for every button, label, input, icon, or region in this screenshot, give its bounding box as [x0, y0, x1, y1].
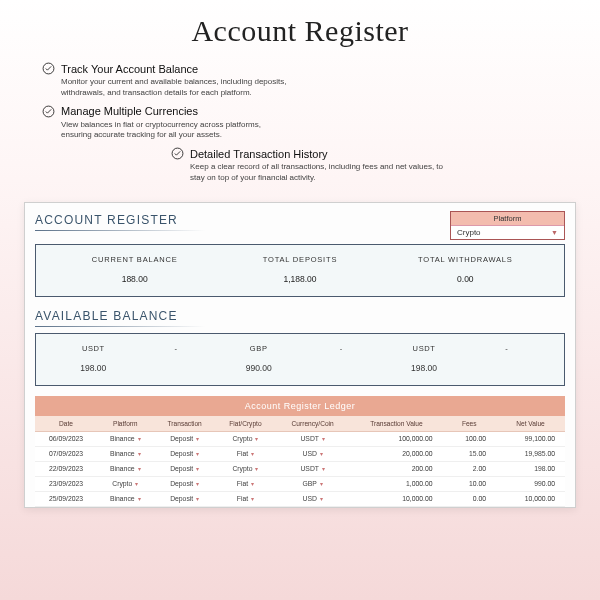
- cell-fiat-crypto[interactable]: Fiat▾: [216, 446, 275, 461]
- check-circle-icon: [171, 147, 184, 160]
- cell-fiat-crypto[interactable]: Crypto▾: [216, 431, 275, 446]
- chevron-down-icon: ▾: [135, 496, 141, 502]
- ledger-title: Account Register Ledger: [35, 396, 565, 416]
- cell-transaction[interactable]: Deposit▾: [153, 461, 215, 476]
- chevron-down-icon: ▾: [193, 481, 199, 487]
- cell-transaction[interactable]: Deposit▾: [153, 446, 215, 461]
- available-balance-panel: USDT - GBP - USDT - 198.00 990.00 198.00: [35, 333, 565, 386]
- cell-platform[interactable]: Binance▾: [97, 446, 153, 461]
- cell-net-value: 198.00: [496, 461, 565, 476]
- cell-fiat-crypto[interactable]: Crypto▾: [216, 461, 275, 476]
- divider: [35, 326, 205, 327]
- cell-fees: 2.00: [442, 461, 496, 476]
- cell-fiat-crypto[interactable]: Fiat▾: [216, 476, 275, 491]
- chevron-down-icon: ▾: [317, 496, 323, 502]
- cell-currency[interactable]: USDT▾: [275, 461, 350, 476]
- avail-col-value: [300, 363, 383, 373]
- col-currency: Currency/Coin: [275, 416, 350, 432]
- avail-col-header: USDT: [383, 344, 466, 353]
- chevron-down-icon: ▾: [193, 466, 199, 472]
- col-net-value: Net Value: [496, 416, 565, 432]
- cell-date: 07/09/2023: [35, 446, 97, 461]
- cell-date: 22/09/2023: [35, 461, 97, 476]
- feature-body: Monitor your current and available balan…: [42, 77, 290, 99]
- kpi-value: 1,188.00: [217, 274, 382, 284]
- feature-body: Keep a clear record of all transactions,…: [171, 162, 455, 184]
- col-txn-value: Transaction Value: [350, 416, 442, 432]
- avail-col-value: 198.00: [383, 363, 466, 373]
- kpi-value: 188.00: [52, 274, 217, 284]
- col-date: Date: [35, 416, 97, 432]
- divider: [35, 230, 205, 231]
- chevron-down-icon: ▾: [135, 436, 141, 442]
- table-row: 23/09/2023Crypto▾Deposit▾Fiat▾GBP▾1,000.…: [35, 476, 565, 491]
- cell-platform[interactable]: Binance▾: [97, 431, 153, 446]
- avail-col-header: -: [300, 344, 383, 353]
- platform-value: Crypto: [457, 228, 481, 237]
- cell-platform[interactable]: Binance▾: [97, 491, 153, 506]
- avail-col-value: [135, 363, 218, 373]
- feature-title: Manage Multiple Currencies: [61, 105, 198, 117]
- ledger-header-row: Date Platform Transaction Fiat/Crypto Cu…: [35, 416, 565, 432]
- chevron-down-icon: ▾: [135, 466, 141, 472]
- table-row: 07/09/2023Binance▾Deposit▾Fiat▾USD▾20,00…: [35, 446, 565, 461]
- cell-net-value: 990.00: [496, 476, 565, 491]
- platform-label: Platform: [451, 212, 564, 226]
- chevron-down-icon: ▾: [317, 451, 323, 457]
- col-transaction: Transaction: [153, 416, 215, 432]
- kpi-label: CURRENT BALANCE: [52, 255, 217, 264]
- chevron-down-icon: ▾: [319, 466, 325, 472]
- kpi-current-balance: CURRENT BALANCE 188.00: [52, 255, 217, 284]
- feature-item: Track Your Account Balance Monitor your …: [42, 62, 290, 99]
- chevron-down-icon: ▼: [551, 229, 558, 236]
- cell-txn-value: 200.00: [350, 461, 442, 476]
- cell-currency[interactable]: USDT▾: [275, 431, 350, 446]
- feature-list: Track Your Account Balance Monitor your …: [24, 62, 576, 190]
- chevron-down-icon: ▾: [252, 466, 258, 472]
- cell-transaction[interactable]: Deposit▾: [153, 476, 215, 491]
- chevron-down-icon: ▾: [193, 436, 199, 442]
- section-title: ACCOUNT REGISTER: [35, 211, 205, 229]
- chevron-down-icon: ▾: [248, 496, 254, 502]
- cell-platform[interactable]: Binance▾: [97, 461, 153, 476]
- cell-fees: 15.00: [442, 446, 496, 461]
- cell-fees: 10.00: [442, 476, 496, 491]
- cell-fiat-crypto[interactable]: Fiat▾: [216, 491, 275, 506]
- col-fiat-crypto: Fiat/Crypto: [216, 416, 275, 432]
- cell-currency[interactable]: USD▾: [275, 491, 350, 506]
- col-fees: Fees: [442, 416, 496, 432]
- kpi-panel: CURRENT BALANCE 188.00 TOTAL DEPOSITS 1,…: [35, 244, 565, 297]
- chevron-down-icon: ▾: [252, 436, 258, 442]
- cell-platform[interactable]: Crypto▾: [97, 476, 153, 491]
- platform-selector[interactable]: Platform Crypto ▼: [450, 211, 565, 240]
- kpi-label: TOTAL DEPOSITS: [217, 255, 382, 264]
- feature-title: Detailed Transaction History: [190, 148, 328, 160]
- cell-txn-value: 100,000.00: [350, 431, 442, 446]
- cell-txn-value: 20,000.00: [350, 446, 442, 461]
- cell-currency[interactable]: GBP▾: [275, 476, 350, 491]
- cell-transaction[interactable]: Deposit▾: [153, 431, 215, 446]
- check-circle-icon: [42, 62, 55, 75]
- ledger-table: Date Platform Transaction Fiat/Crypto Cu…: [35, 416, 565, 507]
- cell-txn-value: 10,000.00: [350, 491, 442, 506]
- feature-title: Track Your Account Balance: [61, 63, 198, 75]
- cell-fees: 0.00: [442, 491, 496, 506]
- cell-net-value: 19,985.00: [496, 446, 565, 461]
- cell-transaction[interactable]: Deposit▾: [153, 491, 215, 506]
- avail-col-header: GBP: [217, 344, 300, 353]
- avail-col-value: 198.00: [52, 363, 135, 373]
- kpi-total-deposits: TOTAL DEPOSITS 1,188.00: [217, 255, 382, 284]
- cell-currency[interactable]: USD▾: [275, 446, 350, 461]
- feature-body: View balances in fiat or cryptocurrency …: [42, 120, 290, 142]
- spreadsheet-panel: ACCOUNT REGISTER Platform Crypto ▼ CURRE…: [24, 202, 576, 508]
- chevron-down-icon: ▾: [193, 496, 199, 502]
- chevron-down-icon: ▾: [193, 451, 199, 457]
- chevron-down-icon: ▾: [317, 481, 323, 487]
- cell-date: 06/09/2023: [35, 431, 97, 446]
- avail-col-value: [465, 363, 548, 373]
- check-circle-icon: [42, 105, 55, 118]
- cell-txn-value: 1,000.00: [350, 476, 442, 491]
- chevron-down-icon: ▾: [248, 451, 254, 457]
- kpi-value: 0.00: [383, 274, 548, 284]
- cell-date: 25/09/2023: [35, 491, 97, 506]
